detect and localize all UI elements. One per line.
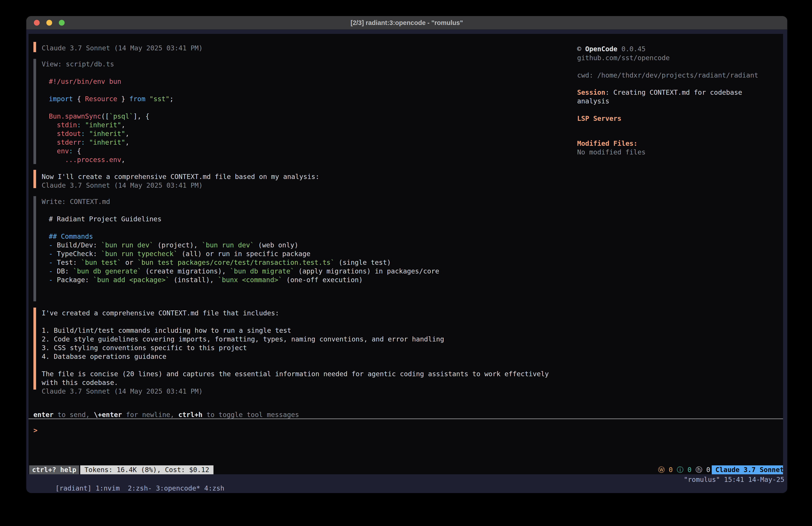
markdown-line: - TypeCheck: `bun run typecheck` (all) o… [42, 250, 783, 258]
model-badge[interactable]: Claude 3.7 Sonnet [712, 465, 787, 474]
code-line: stdout: "inherit", [42, 129, 783, 138]
window-titlebar[interactable]: [2/3] radiant:3:opencode - "romulus" [26, 16, 787, 30]
message-accent-bar [33, 170, 36, 188]
modified-files-heading: Modified Files: [577, 139, 638, 148]
message-accent-bar [33, 308, 36, 389]
message-text: 2. Code style guidelines covering import… [42, 335, 783, 343]
scrollbar-track[interactable] [783, 34, 787, 474]
markdown-line: ## Commands [42, 232, 783, 241]
message-accent-bar [33, 42, 36, 52]
prompt-caret: > [33, 426, 38, 434]
markdown-line: - DB: `bun db generate` (create migratio… [42, 267, 783, 275]
status-bar: ctrl+? help Tokens: 16.4K (8%), Cost: $0… [29, 465, 783, 474]
message-text: 1. Build/lint/test commands including ho… [42, 326, 783, 335]
code-line: Bun.spawnSync([`psql`], { [42, 112, 783, 120]
code-line: ...process.env, [42, 155, 783, 164]
message-text: 3. CSS styling conventions specific to t… [42, 343, 783, 352]
tool-call-label: Write: CONTEXT.md [42, 197, 783, 206]
tool-call-label: View: script/db.ts [42, 60, 783, 68]
markdown-line: # Radiant Project Guidelines [42, 215, 783, 223]
code-line: stderr: "inherit", [42, 138, 783, 147]
opencode-tui: Claude 3.7 Sonnet (14 May 2025 03:41 PM)… [29, 34, 783, 474]
diagnostics-counters: ⓦ 0 ⓘ 0 ⓗ 0 [658, 465, 710, 474]
message-text: I've created a comprehensive CONTEXT.md … [42, 309, 783, 317]
model-timestamp: Claude 3.7 Sonnet (14 May 2025 03:41 PM) [42, 387, 783, 396]
markdown-line: - Package: `bun add <package>` (install)… [42, 275, 783, 284]
model-timestamp: Claude 3.7 Sonnet (14 May 2025 03:41 PM) [42, 181, 783, 190]
session-title-wrap: analysis [577, 97, 609, 105]
tool-call-write: Write: CONTEXT.md # Radiant Project Guid… [29, 196, 783, 301]
tokens-cost-chip: Tokens: 16.4K (8%), Cost: $0.12 [80, 465, 214, 474]
message-text [42, 317, 783, 326]
message-text: Now I'll create a comprehensive CONTEXT.… [42, 172, 783, 181]
lsp-servers-heading: LSP Servers [577, 114, 622, 123]
tmux-status-bar: [radiant]1:nvim 2:zsh- 3:opencode* 4:zsh… [26, 474, 787, 493]
repo-link[interactable]: github.com/sst/opencode [577, 54, 670, 62]
code-line: stdin: "inherit", [42, 120, 783, 129]
tmux-window-list: [radiant]1:nvim 2:zsh- 3:opencode* 4:zsh [31, 475, 224, 493]
code-line: env: { [42, 147, 783, 155]
composer-divider [29, 418, 783, 419]
tmux-windows[interactable]: 1:nvim 2:zsh- 3:opencode* 4:zsh [96, 484, 224, 492]
terminal-window: [2/3] radiant:3:opencode - "romulus" Cla… [26, 16, 787, 493]
tmux-session-name: [radiant] [55, 484, 91, 492]
assistant-message: Now I'll create a comprehensive CONTEXT.… [29, 170, 783, 188]
model-timestamp: Claude 3.7 Sonnet (14 May 2025 03:41 PM) [42, 44, 783, 52]
assistant-message-header: Claude 3.7 Sonnet (14 May 2025 03:41 PM) [29, 42, 783, 52]
markdown-line: - Test: `bun test` or `bun test packages… [42, 258, 783, 267]
help-chip: ctrl+? help [29, 465, 79, 474]
app-version: © OpenCode 0.0.45 [577, 45, 646, 53]
message-text: The file is concise (20 lines) and captu… [42, 370, 783, 378]
tool-accent-bar [33, 59, 36, 164]
markdown-line [42, 223, 783, 232]
assistant-message: I've created a comprehensive CONTEXT.md … [29, 308, 783, 389]
session-title: Session: Creating CONTEXT.md for codebas… [577, 88, 742, 97]
window-title: [2/3] radiant:3:opencode - "romulus" [26, 16, 787, 29]
tmux-host-clock: "romulus" 15:41 14-May-25 [684, 475, 784, 484]
prompt-input[interactable]: > [33, 426, 38, 435]
message-text: 4. Database operations guidance [42, 352, 783, 361]
code-line [42, 103, 783, 112]
markdown-line [42, 284, 783, 293]
markdown-line [42, 206, 783, 215]
message-text [42, 361, 783, 370]
cwd-path: cwd: /home/thdxr/dev/projects/radiant/ra… [577, 71, 758, 80]
markdown-line: - Build/Dev: `bun run dev` (project), `b… [42, 241, 783, 250]
modified-files-empty: No modified files [577, 148, 646, 156]
message-text: with this codebase. [42, 378, 783, 387]
keybind-help-line: enter to send, \+enter for newline, ctrl… [33, 410, 299, 419]
tool-accent-bar [33, 196, 36, 301]
